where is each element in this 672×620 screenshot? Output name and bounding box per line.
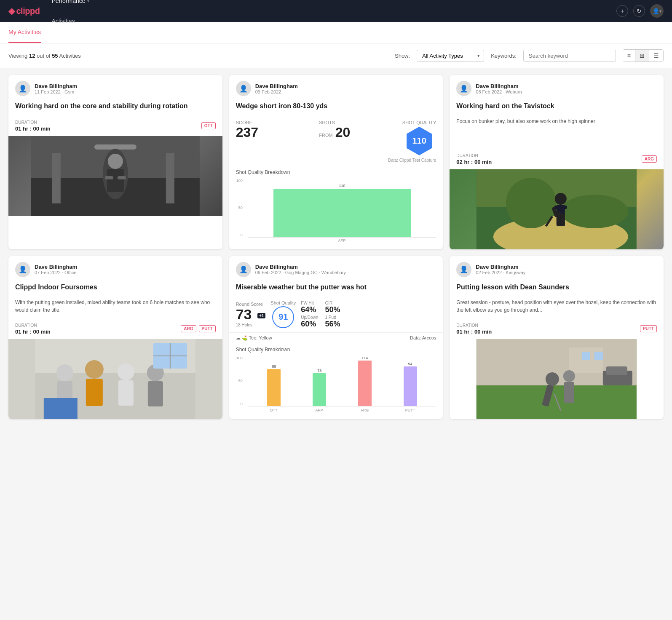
svg-point-28 [118,363,134,380]
user-info: Dave Billingham 09 Feb 2022 [255,83,298,94]
svg-rect-18 [561,214,565,226]
search-input[interactable] [523,50,616,62]
stat-grid: FW Hit 64% GIR 50% Up/Down 60% 1 Putt 56… [301,301,342,329]
avatar: 👤 [236,81,251,96]
svg-point-15 [555,193,567,205]
activity-type-filter[interactable]: All Activity Types ▾ [417,50,484,62]
card-header: 👤 Dave Billingham 09 Feb 2022 [229,75,443,100]
card-date-location: 02 Feb 2022 · Kingsway [476,270,525,275]
updown-block: Up/Down 60% [301,315,318,329]
activity-image [8,339,222,419]
fw-hit-block: FW Hit 64% [301,301,318,314]
round-plus-badge: +1 [257,313,265,318]
card-header: 👤 Dave Billingham 11 Feb 2022 · Gym [8,75,222,100]
x-label-ott: OTT [251,408,297,412]
user-name: Dave Billingham [255,83,298,89]
add-activity-button[interactable]: + [616,5,628,17]
updown-label: Up/Down [301,315,318,320]
breakdown-title: Shot Quality Breakdown [229,166,443,177]
viewing-suffix: Activities [58,53,81,59]
nav-performance[interactable]: Performance ▾ [50,0,91,11]
avatar: 👤 [15,262,30,277]
duration-value: 01 hr : 00 min [15,126,51,132]
grid-view-button[interactable]: ⊞ [635,50,649,61]
bar-arg: 114 [342,356,388,406]
x-axis-label: APP [248,238,436,243]
card-date-location: 07 Feb 2022 · Office [35,270,77,275]
shot-quality-hexagon: 110 [407,127,432,155]
card-description: Focus on bunker play, but also some work… [450,116,664,149]
card-title: Working hard on the Tavistock [450,100,664,116]
bar-value-label: 110 [339,184,345,188]
logo-icon: ◆ [8,6,15,16]
updown-value: 60% [301,320,318,329]
card-description: Great session - posture, head position w… [450,297,664,319]
viewing-current: 12 [29,53,35,59]
duration-value: 02 hr : 00 min [456,159,492,165]
svg-rect-3 [166,153,174,203]
user-name: Dave Billingham [35,264,77,270]
logo-text: clippd [16,6,40,16]
viewing-mid: out of [35,53,52,59]
tag-putt: PUTT [199,325,216,332]
round-score-value: 73 +1 [236,307,266,322]
data-source: Data: Clippd Test Capture [229,157,443,166]
activity-image [8,136,222,216]
svg-rect-2 [52,153,61,203]
chart-area: 100 50 0 88 78 114 [229,354,443,419]
subnav-my-activities[interactable]: My Activities [8,22,41,43]
score-label: Score [236,120,319,125]
shots-value: 20 [335,125,351,140]
sub-navigation: My Activities [0,22,672,43]
svg-rect-7 [107,169,124,192]
svg-rect-41 [477,385,637,419]
user-name: Dave Billingham [476,264,525,270]
svg-rect-32 [44,398,78,419]
one-putt-block: 1 Putt 56% [325,315,342,329]
view-toggle-group: ≡ ⊞ ☰ [623,49,664,62]
user-avatar-button[interactable]: 👤 ▾ [650,4,664,18]
svg-rect-27 [86,379,103,406]
shot-quality-block: Shot Quality 110 [402,120,436,155]
activity-card-round: 👤 Dave Billingham 06 Feb 2022 · Gog Mago… [229,256,443,419]
activity-tags: ARG PUTT [181,325,215,332]
card-location: Office [64,270,77,275]
duration-block: Duration 01 hr : 00 min [15,120,51,132]
nav-activities[interactable]: Activities [50,11,91,31]
svg-point-26 [85,360,104,379]
tag-arg: ARG [181,325,196,332]
tee-label: Tee: Yellow [249,335,272,340]
bar-group: 110 [248,179,436,237]
card-date-location: 06 Feb 2022 · Gog Magog GC · Wandlebury [255,270,346,275]
activity-card-putting-lesson: 👤 Dave Billingham 02 Feb 2022 · Kingsway… [450,256,664,419]
refresh-button[interactable]: ↻ [633,5,645,17]
list-view-button[interactable]: ≡ [623,50,635,61]
avatar-icon: 👤 [653,8,659,14]
activity-tags: PUTT [640,325,657,332]
activity-type-select[interactable]: All Activity Types [417,50,484,62]
main-nav: Performance ▾ Activities [50,0,91,31]
svg-rect-8 [105,176,113,179]
fw-hit-value: 64% [301,305,318,314]
svg-rect-29 [118,380,134,406]
bar-col: 110 [257,184,428,237]
chevron-down-icon: ▾ [87,0,89,3]
card-date: 09 Feb 2022 [255,89,298,94]
duration-block: Duration 01 hr : 00 min [456,323,492,335]
avatar-chevron: ▾ [659,9,661,13]
card-date-location: 11 Feb 2022 · Gym [35,89,77,94]
bar-app: 78 [297,356,342,406]
avatar: 👤 [456,81,471,96]
card-title: Putting lesson with Dean Saunders [450,281,664,297]
avatar: 👤 [236,262,251,277]
duration-value: 01 hr : 00 min [15,329,51,335]
duration-label: Duration [15,120,51,125]
viewing-count-text: Viewing 12 out of 55 Activities [8,53,388,59]
app-logo[interactable]: ◆ clippd [8,6,40,16]
x-label-putt: PUTT [387,408,433,412]
card-title: Working hard on the core and stability d… [8,100,222,116]
avatar: 👤 [456,262,471,277]
compact-view-button[interactable]: ☰ [649,50,663,61]
svg-rect-39 [582,352,590,360]
breakdown-title: Shot Quality Breakdown [229,343,443,354]
